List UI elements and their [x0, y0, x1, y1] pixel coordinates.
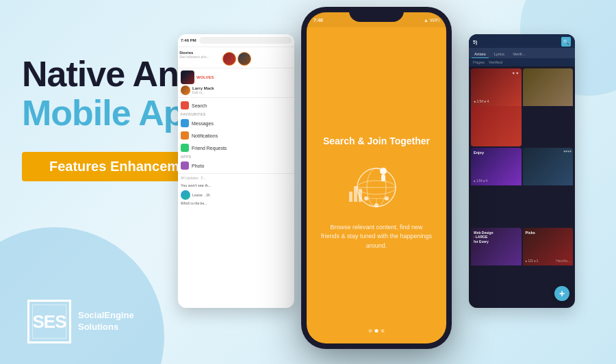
- globe-illustration: [342, 157, 411, 212]
- menu-search[interactable]: Search: [178, 99, 294, 112]
- phone-screen-desc: Browse relevant content, find new friend…: [320, 223, 433, 251]
- ses-box: SES: [27, 300, 71, 343]
- phone-inner-content: Search & Join Together: [307, 27, 446, 343]
- ses-inner-box: [32, 304, 66, 339]
- music-tabs: Artists Lyrics Verifi...: [469, 48, 575, 58]
- menu-notifications[interactable]: Notifications: [178, 129, 294, 142]
- phone-screen-title: Search & Join Together: [323, 135, 430, 146]
- svg-rect-8: [359, 189, 362, 202]
- screen-left-header: 7:46 PM: [178, 34, 294, 47]
- svg-rect-6: [349, 192, 352, 202]
- phone-pagination-dots: [369, 329, 385, 333]
- menu-photo[interactable]: Photo: [178, 159, 294, 172]
- svg-point-4: [380, 168, 387, 174]
- phone-area: 7:46 PM Stories See followers pho... WOL…: [178, 7, 575, 356]
- dot-1: [369, 329, 372, 333]
- screen-time: 7:46 PM: [181, 38, 196, 42]
- music-cards-grid: ♥ ♥ ● 1:54 ♦ 4 Enjoy ● 1:54 ♦ 4: [469, 66, 575, 308]
- music-card-2: [523, 68, 574, 146]
- stories-row: Stories See followers pho...: [178, 49, 294, 68]
- main-phone: 7:46 ▲ WiFi Search & Join Together: [301, 7, 452, 349]
- music-card-enjoy: Enjoy ● 1:54 ♦ 4: [471, 148, 522, 226]
- right-screen-content: 5) 🔍 Artists Lyrics Verifi... Pages Veri…: [469, 34, 575, 308]
- music-card-dance: ♥♥♥♥: [523, 148, 574, 226]
- ses-logo: SES SocialEngine Solutions: [27, 300, 134, 343]
- dot-2: [375, 329, 378, 333]
- music-card-1: ♥ ♥ ● 1:54 ♦ 4: [471, 68, 522, 146]
- fab-button[interactable]: +: [554, 286, 569, 301]
- dot-3: [381, 329, 385, 333]
- phone-notch: [349, 7, 404, 22]
- ses-company-name: SocialEngine Solutions: [78, 310, 134, 333]
- phone-screen: 7:46 ▲ WiFi Search & Join Together: [307, 12, 446, 343]
- svg-rect-5: [381, 174, 385, 181]
- right-bg-screen: 5) 🔍 Artists Lyrics Verifi... Pages Veri…: [469, 34, 575, 308]
- screen-search-bar: [199, 37, 292, 44]
- menu-messages[interactable]: Messages: [178, 117, 294, 129]
- svg-rect-7: [354, 186, 357, 202]
- menu-section-favourites: Search FAVOURITES Messages Notifications…: [178, 98, 294, 173]
- music-card-webdesign: Web Design· LARGEfor Every: [471, 228, 522, 306]
- menu-friend-requests[interactable]: Friend Requests: [178, 142, 294, 154]
- left-bg-screen: 7:46 PM Stories See followers pho... WOL…: [178, 34, 294, 308]
